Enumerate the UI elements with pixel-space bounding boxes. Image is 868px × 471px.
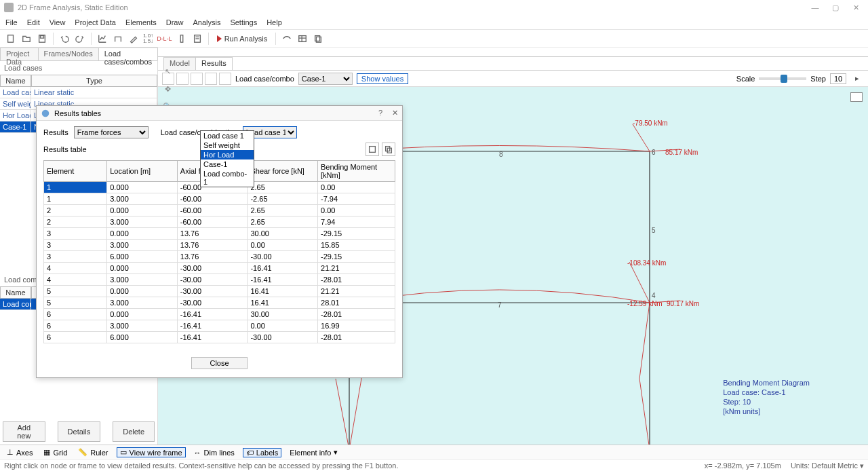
- minimize-button[interactable]: —: [811, 3, 819, 12]
- tab-results[interactable]: Results: [195, 57, 233, 70]
- add-combo-button[interactable]: Add new: [3, 421, 45, 442]
- column-icon[interactable]: [175, 32, 189, 45]
- status-bar: Right click on node or frame to view det…: [0, 459, 868, 471]
- canvas-lc-select[interactable]: Case-1: [298, 73, 353, 85]
- menu-draw[interactable]: Draw: [166, 18, 184, 26]
- menu-settings[interactable]: Settings: [230, 18, 257, 26]
- copy-icon[interactable]: [311, 32, 325, 45]
- results-tables-dialog: Results tables ? ✕ Results Frame forces …: [36, 105, 403, 378]
- tab-load-cases[interactable]: Load cases/combos: [98, 48, 158, 60]
- run-analysis-button[interactable]: Run Analysis: [213, 32, 272, 45]
- show-values-button[interactable]: Show values: [357, 73, 408, 84]
- table-row[interactable]: 23.000-60.002.657.94: [44, 216, 395, 228]
- diagram-r-icon[interactable]: [219, 73, 231, 85]
- menu-help[interactable]: Help: [267, 18, 282, 26]
- diagram-v-icon[interactable]: [176, 73, 189, 85]
- scale-label: Scale: [736, 75, 755, 83]
- table-row[interactable]: 60.000-16.4130.00-28.01: [44, 309, 395, 320]
- cursor-icon[interactable]: ↖: [161, 65, 174, 77]
- ratio-icon[interactable]: 1.0↑1.5↓: [142, 32, 154, 45]
- wireframe-toggle[interactable]: ▭View wire frame: [117, 447, 186, 457]
- view-options-bar: ⊥Axes ▦Grid 📏Ruler ▭View wire frame ↔Dim…: [0, 445, 868, 459]
- dialog-close-button[interactable]: ✕: [392, 109, 398, 117]
- element-info[interactable]: Element info ▾: [287, 448, 340, 457]
- step-label: Step: [810, 75, 826, 83]
- edit-frame-icon[interactable]: [127, 32, 140, 45]
- chart-icon[interactable]: [96, 32, 109, 45]
- table-row[interactable]: 36.00013.76-30.00-29.15: [44, 251, 395, 263]
- camera-icon[interactable]: [850, 92, 863, 102]
- ruler-toggle[interactable]: 📏Ruler: [75, 448, 111, 457]
- close-window-button[interactable]: ✕: [852, 3, 860, 12]
- table-row[interactable]: 20.000-60.002.650.00: [44, 205, 395, 216]
- svg-rect-0: [8, 35, 14, 42]
- axes-toggle[interactable]: ⊥Axes: [4, 448, 35, 457]
- dropdown-option[interactable]: Self weight: [201, 140, 254, 150]
- dialog-help-button[interactable]: ?: [378, 109, 382, 117]
- results-table: ElementLocation [m]Axial force [kN]Shear…: [43, 160, 395, 343]
- table-row[interactable]: 40.000-30.00-16.4121.21: [44, 263, 395, 274]
- dimlines-toggle[interactable]: ↔Dim lines: [191, 449, 237, 457]
- details-combo-button[interactable]: Details: [58, 421, 101, 442]
- dropdown-option[interactable]: Load combo-1: [201, 169, 254, 187]
- app-icon: [4, 3, 14, 12]
- dll-icon[interactable]: D-L-L: [156, 32, 173, 45]
- new-icon[interactable]: [4, 32, 18, 45]
- table-row[interactable]: 33.00013.760.0015.85: [44, 240, 395, 251]
- grid-toggle[interactable]: ▦Grid: [41, 448, 70, 457]
- delete-combo-button[interactable]: Delete: [113, 421, 155, 442]
- load-cases-header: Name Type: [0, 75, 157, 87]
- dialog-icon: [41, 109, 50, 118]
- step-input[interactable]: [830, 73, 846, 84]
- redo-icon[interactable]: [73, 32, 87, 45]
- pan-icon[interactable]: ✥: [161, 83, 174, 95]
- lc-dropdown-list[interactable]: Load case 1Self weightHor LoadCase-1Load…: [200, 130, 254, 187]
- load-case-row[interactable]: Load case 1Linear static: [0, 87, 157, 98]
- scale-slider[interactable]: [759, 77, 806, 80]
- menu-file[interactable]: File: [5, 18, 18, 26]
- status-units[interactable]: Units: Default Metric ▾: [791, 461, 864, 470]
- results-select[interactable]: Frame forces: [74, 126, 149, 138]
- menu-elements[interactable]: Elements: [125, 18, 157, 26]
- table-row[interactable]: 30.00013.7630.00-29.15: [44, 228, 395, 240]
- lc-label: Load case/combo: [235, 75, 294, 83]
- maximize-button[interactable]: ▢: [831, 3, 840, 12]
- diagram-d-icon[interactable]: [205, 73, 217, 85]
- frame-icon[interactable]: [111, 32, 125, 45]
- labels-toggle[interactable]: 🏷Labels: [243, 448, 281, 457]
- step-play-icon[interactable]: ▸: [850, 72, 864, 86]
- menu-view[interactable]: View: [50, 18, 66, 26]
- svg-line-19: [633, 124, 650, 151]
- svg-line-21: [629, 262, 650, 303]
- dialog-close-btn[interactable]: Close: [191, 357, 247, 369]
- table-row[interactable]: 66.000-16.41-30.00-28.01: [44, 332, 395, 343]
- report-icon[interactable]: [191, 32, 204, 45]
- dropdown-option[interactable]: Case-1: [201, 159, 254, 169]
- title-bar: 2D Frame Analysis, Static Edition — ▢ ✕: [0, 0, 868, 15]
- menu-project-data[interactable]: Project Data: [75, 18, 116, 26]
- dialog-title-text: Results tables: [54, 109, 101, 117]
- svg-point-25: [42, 109, 50, 117]
- copy-table-icon[interactable]: [382, 143, 395, 156]
- diagram-icon[interactable]: [280, 32, 294, 45]
- table-row[interactable]: 43.000-30.00-16.41-28.01: [44, 274, 395, 286]
- table-row[interactable]: 53.000-30.0016.4128.01: [44, 297, 395, 309]
- menu-analysis[interactable]: Analysis: [193, 18, 220, 26]
- play-icon: [217, 35, 222, 42]
- dropdown-option[interactable]: Load case 1: [201, 131, 254, 140]
- undo-icon[interactable]: [58, 32, 71, 45]
- tab-frames-nodes[interactable]: Frames/Nodes: [38, 48, 99, 60]
- table-row[interactable]: 63.000-16.410.0016.99: [44, 320, 395, 332]
- export-icon[interactable]: [366, 143, 379, 156]
- menu-bar: File Edit View Project Data Elements Dra…: [0, 15, 868, 30]
- table-icon[interactable]: [296, 32, 309, 45]
- dropdown-option[interactable]: Hor Load: [201, 150, 254, 159]
- table-row[interactable]: 50.000-30.0016.4121.21: [44, 286, 395, 297]
- table-row[interactable]: 13.000-60.00-2.65-7.94: [44, 193, 395, 205]
- menu-edit[interactable]: Edit: [27, 18, 40, 26]
- open-icon[interactable]: [20, 32, 33, 45]
- svg-line-22: [336, 379, 349, 445]
- save-icon[interactable]: [35, 32, 49, 45]
- tab-project-data[interactable]: Project Data: [0, 48, 39, 60]
- diagram-m-icon[interactable]: [191, 73, 203, 85]
